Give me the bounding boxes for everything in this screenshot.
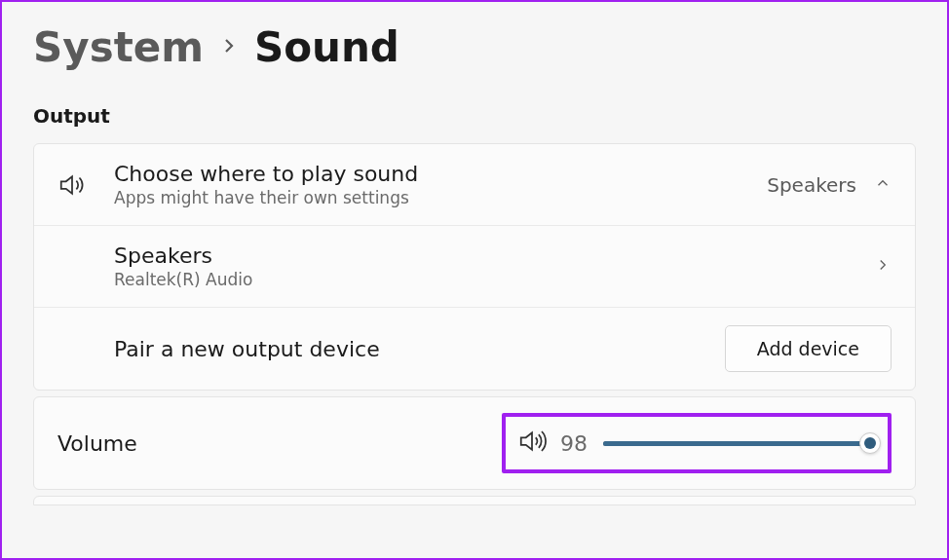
choose-output-row[interactable]: Choose where to play sound Apps might ha… [34, 144, 915, 225]
pair-device-row: Pair a new output device Add device [34, 307, 915, 390]
device-driver: Realtek(R) Audio [114, 270, 874, 289]
selected-output-value: Speakers [767, 173, 856, 197]
add-device-button[interactable]: Add device [725, 325, 892, 372]
breadcrumb-current: Sound [254, 23, 399, 71]
breadcrumb: System Sound [33, 23, 916, 71]
output-section-title: Output [33, 104, 916, 128]
chevron-up-icon [874, 174, 892, 196]
chevron-right-icon [221, 34, 237, 61]
slider-thumb[interactable] [859, 432, 881, 454]
volume-slider[interactable] [603, 431, 876, 455]
speakers-device-row[interactable]: Speakers Realtek(R) Audio [34, 225, 915, 307]
volume-value: 98 [560, 431, 589, 456]
slider-fill [603, 441, 870, 446]
volume-label: Volume [57, 431, 137, 456]
next-card-partial [33, 496, 916, 505]
choose-output-title: Choose where to play sound [114, 162, 767, 186]
output-device-group: Choose where to play sound Apps might ha… [33, 143, 916, 391]
device-name: Speakers [114, 243, 874, 268]
speaker-icon[interactable] [517, 427, 547, 460]
speaker-icon [57, 170, 93, 200]
volume-row: Volume 98 [33, 396, 916, 490]
pair-device-label: Pair a new output device [114, 337, 725, 361]
chevron-right-icon [874, 256, 892, 278]
volume-controls-highlight: 98 [502, 413, 892, 473]
choose-output-subtitle: Apps might have their own settings [114, 188, 767, 207]
breadcrumb-parent[interactable]: System [33, 23, 204, 71]
